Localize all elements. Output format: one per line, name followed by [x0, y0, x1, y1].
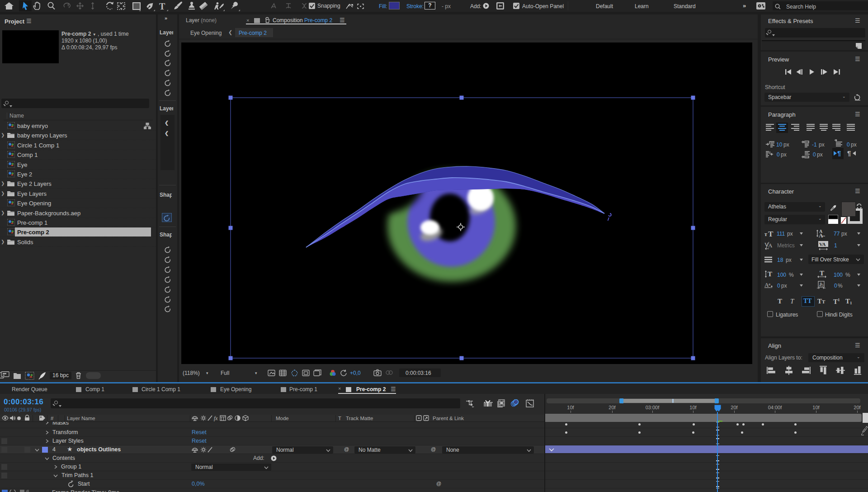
svg-text:T: T	[768, 230, 774, 237]
svg-text:あ: あ	[819, 282, 824, 287]
svg-text:A: A	[819, 232, 823, 238]
svg-text:т: т	[764, 231, 767, 237]
svg-text:T: T	[768, 270, 772, 278]
svg-text:T: T	[159, 1, 165, 11]
svg-text:fx: fx	[214, 415, 218, 421]
svg-text:T: T	[820, 270, 824, 277]
svg-text:a: a	[769, 282, 770, 286]
svg-text:VA: VA	[819, 241, 826, 247]
